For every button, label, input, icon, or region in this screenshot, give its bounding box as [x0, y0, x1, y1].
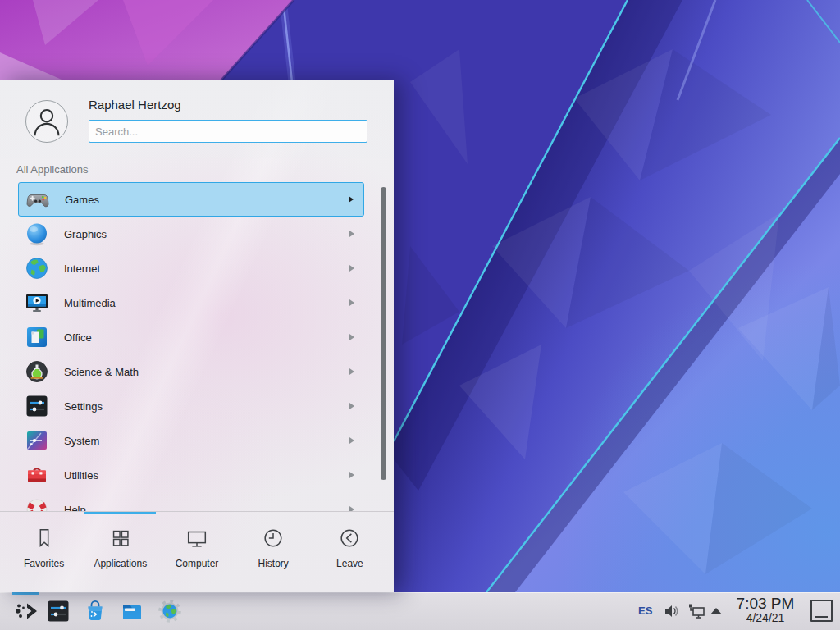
category-row-system[interactable]: System — [18, 423, 364, 458]
tab-label: Computer — [176, 558, 219, 569]
tab-label: Applications — [94, 558, 147, 569]
category-label: Games — [65, 194, 99, 206]
desktop: Raphael Hertzog All Applications — [0, 0, 840, 630]
category-label: Settings — [64, 400, 103, 413]
science-math-icon — [24, 358, 50, 385]
history-icon — [261, 526, 285, 550]
games-icon — [25, 186, 51, 212]
clock-time: 7:03 PM — [733, 595, 798, 612]
text-cursor — [94, 125, 94, 138]
kickoff-menu: Raphael Hertzog All Applications — [0, 80, 394, 592]
category-label: Graphics — [64, 228, 107, 240]
tab-leave[interactable]: Leave — [312, 512, 388, 592]
category-row-utilities[interactable]: Utilities — [18, 458, 364, 492]
web-browser-icon[interactable] — [157, 598, 183, 624]
category-list: Games Graphics — [18, 182, 364, 511]
submenu-arrow-icon — [349, 265, 354, 272]
category-label: Multimedia — [64, 297, 116, 309]
active-tab-indicator — [84, 512, 156, 514]
category-row-settings[interactable]: Settings — [18, 389, 364, 423]
section-label: All Applications — [16, 163, 88, 176]
system-icon — [24, 427, 50, 454]
tab-bar: Favorites Applications — [0, 511, 394, 592]
office-icon — [24, 324, 50, 350]
submenu-arrow-icon — [349, 299, 354, 306]
category-row-games[interactable]: Games — [18, 182, 364, 217]
help-icon — [24, 496, 50, 511]
applications-icon — [108, 526, 133, 550]
tab-label: Leave — [336, 558, 363, 569]
active-task-indicator — [12, 592, 39, 595]
internet-icon — [24, 255, 50, 281]
tab-favorites[interactable]: Favorites — [6, 512, 82, 592]
show-desktop-button[interactable] — [810, 600, 833, 622]
category-row-science-math[interactable]: Science & Math — [18, 354, 364, 389]
category-label: Office — [64, 331, 92, 344]
scrollbar-thumb[interactable] — [381, 187, 386, 480]
tab-applications[interactable]: Applications — [82, 512, 158, 592]
discover-icon[interactable] — [82, 598, 108, 624]
category-label: Internet — [64, 262, 100, 275]
submenu-arrow-icon — [349, 196, 354, 203]
tab-history[interactable]: History — [235, 512, 312, 592]
tab-label: Favorites — [24, 558, 64, 569]
favorites-icon — [32, 526, 57, 550]
utilities-icon — [24, 462, 50, 488]
expand-tray-icon[interactable] — [710, 608, 722, 614]
computer-icon — [185, 526, 209, 550]
tab-computer[interactable]: Computer — [158, 512, 235, 592]
category-label: System — [64, 435, 99, 447]
submenu-arrow-icon — [349, 231, 354, 237]
category-row-help[interactable]: Help — [18, 492, 364, 511]
digital-clock[interactable]: 7:03 PM 4/24/21 — [733, 595, 798, 624]
tab-label: History — [258, 558, 289, 569]
kickoff-launcher-icon[interactable] — [13, 598, 39, 624]
settings-icon — [24, 393, 50, 419]
category-row-internet[interactable]: Internet — [18, 251, 364, 285]
category-row-office[interactable]: Office — [18, 320, 364, 354]
graphics-icon — [24, 221, 50, 247]
kickoff-header: Raphael Hertzog — [0, 80, 394, 158]
category-label: Help — [64, 504, 86, 512]
network-icon[interactable] — [687, 602, 705, 620]
user-name: Raphael Hertzog — [89, 98, 181, 112]
submenu-arrow-icon — [349, 437, 354, 444]
keyboard-layout-indicator[interactable]: ES — [638, 605, 652, 617]
submenu-arrow-icon — [349, 368, 354, 375]
submenu-arrow-icon — [349, 472, 354, 478]
multimedia-icon — [24, 290, 50, 316]
dolphin-file-manager-icon[interactable] — [119, 598, 145, 624]
category-row-multimedia[interactable]: Multimedia — [18, 285, 364, 320]
category-label: Utilities — [64, 469, 98, 482]
submenu-arrow-icon — [349, 334, 354, 340]
category-label: Science & Math — [64, 366, 139, 378]
taskbar: ES 7:03 PM 4/24/21 — [0, 592, 840, 630]
system-settings-icon[interactable] — [45, 598, 71, 624]
category-row-graphics[interactable]: Graphics — [18, 217, 364, 251]
search-input[interactable] — [89, 120, 368, 143]
avatar[interactable] — [25, 100, 68, 143]
volume-icon[interactable] — [663, 602, 681, 620]
leave-icon — [337, 526, 362, 550]
submenu-arrow-icon — [349, 403, 354, 409]
clock-date: 4/24/21 — [733, 612, 798, 624]
